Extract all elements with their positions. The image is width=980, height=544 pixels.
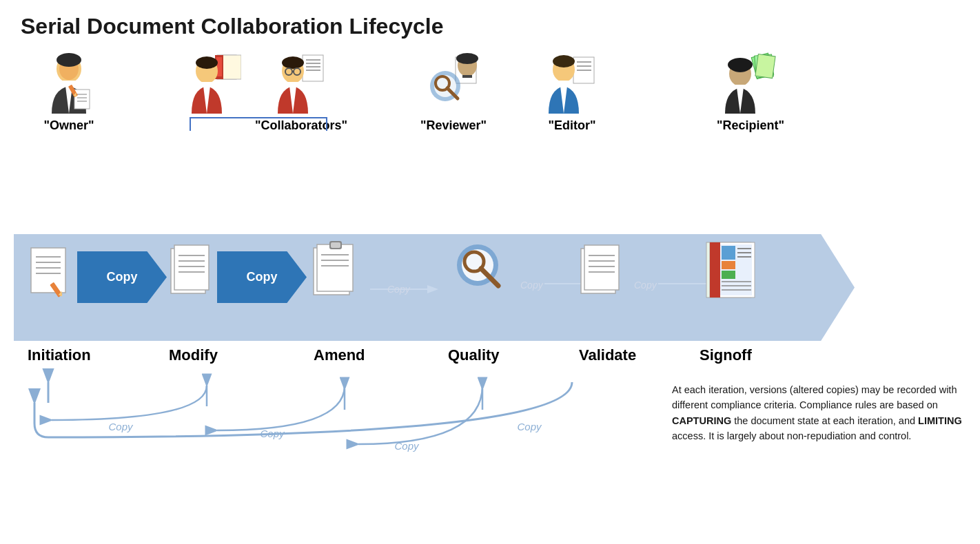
svg-rect-4 xyxy=(74,90,90,109)
svg-point-44 xyxy=(553,55,575,67)
quality-magnifier xyxy=(451,239,513,301)
validate-label: Validate xyxy=(579,346,636,364)
svg-rect-27 xyxy=(285,82,301,85)
reviewer-label: "Reviewer" xyxy=(420,118,487,133)
note-text: At each iteration, versions (altered cop… xyxy=(672,382,975,444)
modify-label: Modify xyxy=(169,346,218,364)
svg-text:Copy: Copy xyxy=(260,428,285,439)
owner-role: "Owner" xyxy=(41,52,96,133)
copy-text-4: Copy xyxy=(520,279,543,291)
svg-point-23 xyxy=(282,56,304,69)
svg-rect-17 xyxy=(303,55,323,81)
copy-arrow-1-label: Copy xyxy=(107,270,138,284)
svg-rect-3 xyxy=(61,81,77,85)
reviewer-icon xyxy=(425,52,483,114)
svg-rect-16 xyxy=(198,82,215,85)
initiation-doc xyxy=(28,244,72,302)
svg-point-52 xyxy=(728,58,753,72)
amend-doc-icon xyxy=(310,241,358,300)
initiation-doc-icon xyxy=(28,244,72,300)
owner-icon xyxy=(41,52,96,114)
svg-rect-67 xyxy=(317,244,353,291)
diagram-wrapper: "Owner" xyxy=(14,52,965,541)
copy-small-label-4: Copy xyxy=(520,280,543,291)
svg-text:Copy: Copy xyxy=(108,421,134,432)
svg-point-38 xyxy=(456,53,478,64)
modify-doc xyxy=(169,243,214,301)
svg-rect-90 xyxy=(722,246,735,260)
recipient-role: "Recipient" xyxy=(717,52,784,133)
svg-rect-92 xyxy=(722,271,735,279)
amend-label: Amend xyxy=(314,346,365,364)
return-arrows-svg: Copy Copy Copy Copy xyxy=(14,368,662,458)
initiation-label: Initiation xyxy=(28,346,91,364)
modify-doc-icon xyxy=(169,243,214,298)
signoff-magazine xyxy=(703,239,765,304)
svg-rect-53 xyxy=(31,248,65,293)
copy-text-5: Copy xyxy=(634,279,657,291)
svg-rect-45 xyxy=(555,81,572,84)
svg-text:Copy: Copy xyxy=(394,440,420,452)
copy-text-3: Copy xyxy=(367,279,449,300)
copy-small-label-3: Copy xyxy=(387,284,410,295)
signoff-label: Signoff xyxy=(700,346,752,364)
svg-rect-11 xyxy=(222,55,241,79)
recipient-label: "Recipient" xyxy=(717,118,784,133)
amend-doc xyxy=(310,241,358,302)
editor-icon xyxy=(544,52,600,114)
collab-bracket xyxy=(190,117,327,131)
quality-icon-stage xyxy=(451,239,513,304)
validate-doc-icon xyxy=(579,243,624,298)
page-title: Serial Document Collaboration Lifecycle xyxy=(21,14,959,39)
svg-rect-61 xyxy=(174,245,209,290)
svg-rect-91 xyxy=(722,261,735,269)
svg-rect-37 xyxy=(462,75,472,78)
reviewer-role: "Reviewer" xyxy=(420,52,487,133)
copy-small-label-5: Copy xyxy=(634,280,657,291)
recipient-icon xyxy=(719,52,782,114)
owner-label: "Owner" xyxy=(41,118,96,133)
svg-rect-72 xyxy=(331,242,340,248)
copy-arrow-2-label: Copy xyxy=(247,270,278,284)
collab2-icon xyxy=(274,52,329,114)
editor-label: "Editor" xyxy=(544,118,600,133)
collab1-icon xyxy=(186,52,241,114)
quality-label: Quality xyxy=(448,346,500,364)
svg-rect-88 xyxy=(710,242,720,297)
signoff-icon-stage xyxy=(703,239,765,307)
svg-rect-48 xyxy=(755,54,775,78)
main-container: Serial Document Collaboration Lifecycle xyxy=(0,0,980,544)
svg-point-15 xyxy=(196,56,218,69)
svg-point-2 xyxy=(57,53,81,67)
svg-text:Copy: Copy xyxy=(517,421,542,432)
validate-doc xyxy=(579,243,624,301)
svg-rect-80 xyxy=(584,245,619,290)
editor-role: "Editor" xyxy=(544,52,600,133)
